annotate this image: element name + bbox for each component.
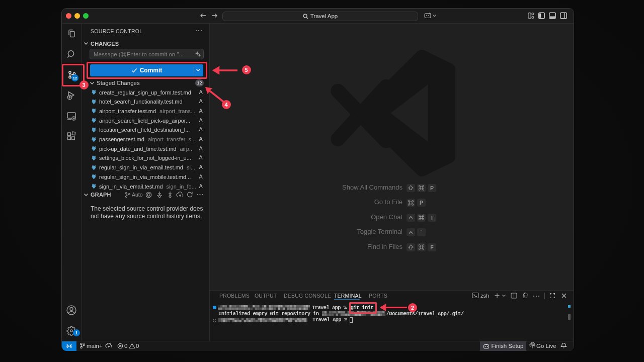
svg-text:Auto: Auto xyxy=(132,192,143,198)
